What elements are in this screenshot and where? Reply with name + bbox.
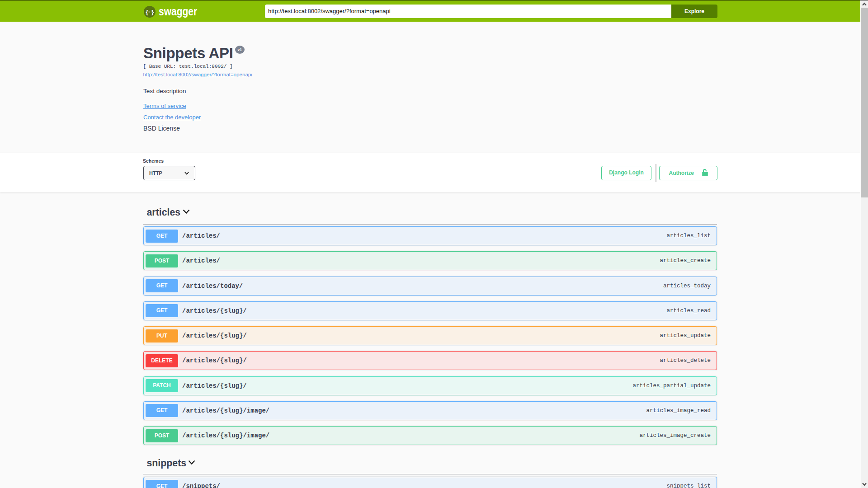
svg-text:}: } [151, 8, 154, 15]
